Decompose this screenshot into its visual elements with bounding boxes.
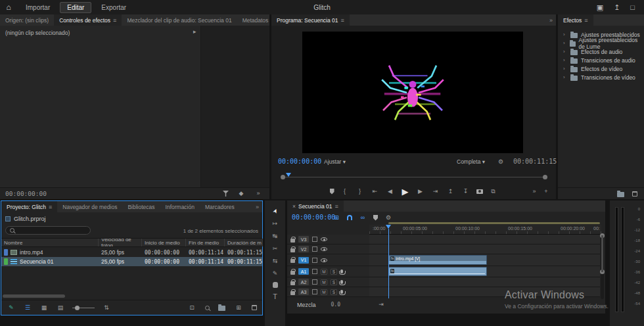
voiceover-mic-icon[interactable] <box>340 269 343 273</box>
horizontal-scrollbar[interactable] <box>3 294 65 298</box>
chevron-right-icon[interactable]: › <box>563 66 567 72</box>
tab-secuencia-01[interactable]: × Secuencia 01 ≡ <box>287 200 344 212</box>
solo-button[interactable]: S <box>331 279 337 285</box>
sync-lock-icon[interactable] <box>312 279 317 285</box>
track-badge[interactable]: A2 <box>298 279 309 285</box>
lock-icon[interactable] <box>290 259 295 263</box>
effects-bin-audio-transitions[interactable]: ›Transiciones de audio <box>558 56 644 64</box>
project-search-input[interactable] <box>5 226 91 235</box>
zoom-level-dropdown[interactable]: Ajustar ▾ <box>324 158 346 165</box>
tab-controles-de-efectos[interactable]: Controles de efectos ≡ <box>54 14 122 26</box>
column-duracion[interactable]: Duración de m <box>225 239 263 246</box>
export-frame-icon[interactable] <box>476 189 483 194</box>
timeline-view-toggle-icon[interactable]: ▸ <box>193 28 196 35</box>
program-playhead[interactable] <box>286 173 291 177</box>
toggle-track-output-icon[interactable] <box>321 258 327 262</box>
lock-icon[interactable] <box>290 271 295 275</box>
label-color-chip[interactable] <box>4 258 8 265</box>
transport-overflow-icon[interactable]: » <box>530 187 539 195</box>
tab-overflow-icon[interactable]: » <box>252 204 262 210</box>
linked-selection-icon[interactable]: ∞ <box>358 214 367 221</box>
hand-tool[interactable] <box>273 282 278 288</box>
master-volume-value[interactable]: 0.0 <box>331 302 340 308</box>
tab-programa[interactable]: Programa: Secuencia 01 ≡ <box>271 14 350 26</box>
filter-icon[interactable] <box>223 191 229 197</box>
track-badge[interactable]: V1 <box>298 257 309 264</box>
list-view-icon[interactable]: ☰ <box>23 304 32 312</box>
snap-icon[interactable] <box>347 215 352 220</box>
mute-button[interactable]: M <box>321 279 327 285</box>
new-item-icon[interactable]: ⊞ <box>234 304 243 312</box>
voiceover-mic-icon[interactable] <box>340 280 343 284</box>
comparison-view-icon[interactable]: ⧉ <box>489 187 498 195</box>
track-select-tool[interactable]: ↦ <box>271 220 280 227</box>
chevron-right-icon[interactable]: › <box>563 74 567 80</box>
sync-lock-icon[interactable] <box>312 269 317 274</box>
find-icon[interactable] <box>205 306 210 310</box>
toggle-track-output-icon[interactable] <box>321 247 327 251</box>
track-lane-v1[interactable]: fx intro.mp4 [V] <box>369 254 600 266</box>
new-bin-icon[interactable] <box>218 306 225 311</box>
track-lane-v2[interactable] <box>369 244 600 254</box>
add-marker-icon[interactable] <box>373 215 378 221</box>
quick-export-icon[interactable]: ↥ <box>614 3 620 12</box>
sync-lock-icon[interactable] <box>312 246 317 252</box>
menu-importar[interactable]: Importar <box>18 2 57 13</box>
sync-lock-icon[interactable] <box>312 237 317 242</box>
delete-icon[interactable] <box>632 191 637 197</box>
playback-resolution-dropdown[interactable]: Completa ▾ <box>457 158 485 165</box>
lock-icon[interactable] <box>290 248 295 252</box>
timeline-timecode[interactable]: 00:00:00:00 <box>292 214 335 221</box>
track-badge[interactable]: A3 <box>298 289 309 295</box>
track-lane-v3[interactable] <box>369 235 600 244</box>
tab-bibliotecas[interactable]: Bibliotecas <box>122 201 160 212</box>
timeline-settings-icon[interactable]: ⚙ <box>384 214 393 221</box>
effects-bin-video-effects[interactable]: ›Efectos de vídeo <box>558 64 644 73</box>
column-fin[interactable]: Fin de medio <box>186 239 225 246</box>
mute-button[interactable]: M <box>321 289 327 295</box>
solo-button[interactable]: S <box>331 289 337 295</box>
track-badge[interactable]: A1 <box>298 268 309 275</box>
chevron-right-icon[interactable]: › <box>563 32 567 37</box>
lock-icon[interactable] <box>290 291 295 295</box>
voiceover-mic-icon[interactable] <box>340 290 343 294</box>
maximize-icon[interactable]: □ <box>630 3 635 12</box>
step-back-icon[interactable]: ◀ <box>386 187 395 195</box>
writable-pencil-icon[interactable]: ✎ <box>7 304 16 312</box>
column-nombre[interactable]: Nombre <box>1 239 99 246</box>
program-timecode[interactable]: 00:00:00:00 <box>278 158 321 165</box>
play-button[interactable]: ▶ <box>401 187 410 195</box>
mute-button[interactable]: M <box>321 269 327 275</box>
video-clip-intro[interactable]: fx intro.mp4 [V] <box>388 255 487 265</box>
tab-informacion[interactable]: Información <box>160 201 200 212</box>
next-keyframe-icon[interactable]: ⇥ <box>377 300 386 308</box>
sync-lock-icon[interactable] <box>312 258 317 263</box>
column-velocidad[interactable]: Velocidad de fotog <box>99 239 142 246</box>
icon-view-icon[interactable]: ▦ <box>39 304 49 312</box>
panel-menu-icon[interactable]: ≡ <box>341 17 344 24</box>
track-badge[interactable]: V2 <box>298 246 309 252</box>
time-ruler[interactable]: :00:00 00:00:05:00 00:00:10:00 00:00:15:… <box>369 225 601 235</box>
razor-tool[interactable]: ✂ <box>271 244 280 252</box>
panel-menu-icon[interactable]: ≡ <box>334 203 338 210</box>
slip-tool[interactable]: ⇆ <box>271 257 280 265</box>
menu-exportar[interactable]: Exportar <box>94 2 133 13</box>
pen-tool[interactable]: ✎ <box>271 269 280 277</box>
sort-icons-icon[interactable]: ⇅ <box>102 304 111 312</box>
track-lane-a1[interactable]: fx <box>369 266 600 277</box>
chevron-right-icon[interactable]: › <box>563 49 567 55</box>
program-scrubber[interactable] <box>281 174 547 179</box>
track-badge[interactable]: V3 <box>298 236 309 243</box>
ecp-overflow-icon[interactable]: » <box>254 190 263 198</box>
type-tool[interactable]: T <box>271 292 280 300</box>
tab-proyecto[interactable]: Proyecto: Glitch ≡ <box>1 201 57 212</box>
extract-icon[interactable]: ↧ <box>461 187 471 195</box>
close-icon[interactable]: × <box>292 203 296 210</box>
panel-menu-icon[interactable]: ≡ <box>49 204 52 210</box>
go-to-in-icon[interactable]: ⇤ <box>371 187 380 195</box>
add-marker-icon[interactable] <box>330 189 334 195</box>
label-color-chip[interactable] <box>4 249 8 256</box>
automate-to-sequence-icon[interactable]: ⊡ <box>187 304 196 312</box>
ripple-edit-tool[interactable]: ↹ <box>271 232 280 240</box>
effects-bin-video-transitions[interactable]: ›Transiciones de vídeo <box>558 73 644 82</box>
